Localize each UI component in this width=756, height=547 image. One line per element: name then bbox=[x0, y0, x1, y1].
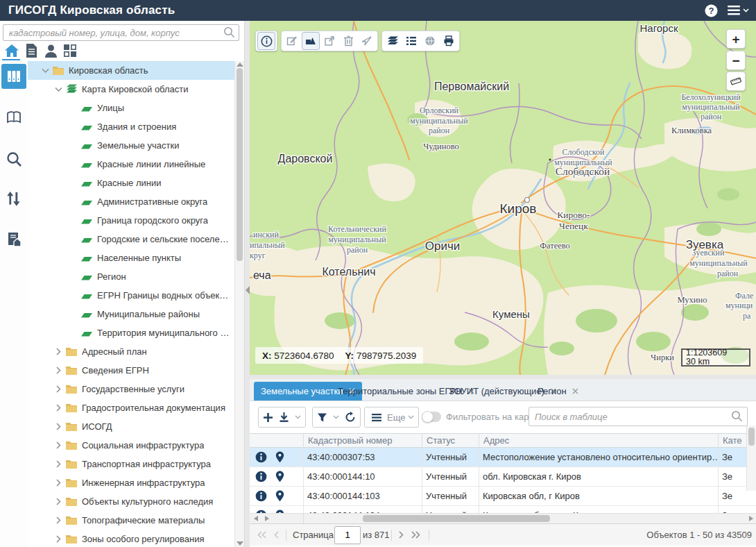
panel-splitter[interactable] bbox=[244, 21, 250, 547]
locate-pin-icon[interactable] bbox=[275, 471, 284, 482]
info-icon[interactable] bbox=[255, 451, 267, 463]
locate-pin-icon[interactable] bbox=[275, 490, 284, 502]
navigate-arrow-button[interactable] bbox=[358, 32, 376, 50]
more-menu-icon[interactable] bbox=[369, 408, 384, 426]
chevron-right-icon[interactable] bbox=[53, 422, 63, 432]
tree-item-map-group[interactable]: Карта Кировской области bbox=[28, 80, 234, 99]
tree-layer[interactable]: Населенные пункты bbox=[28, 249, 234, 267]
info-icon[interactable] bbox=[255, 490, 267, 502]
first-page-button[interactable] bbox=[257, 524, 267, 546]
globe-button[interactable] bbox=[421, 32, 439, 50]
filter-button[interactable] bbox=[314, 408, 330, 426]
address-search-input[interactable] bbox=[3, 24, 239, 41]
tree-layer[interactable]: Территория муниципального … bbox=[28, 323, 234, 342]
tree-layer[interactable]: ЕГРН Границы водных объек… bbox=[28, 286, 234, 305]
filter-menu-chevron-icon[interactable] bbox=[330, 408, 342, 426]
report-button[interactable] bbox=[0, 224, 28, 255]
scroll-right-icon[interactable] bbox=[265, 516, 269, 521]
zoom-in-button[interactable]: + bbox=[726, 29, 746, 49]
scrollbar-thumb[interactable] bbox=[748, 428, 755, 446]
tree-folder[interactable]: Транспортная инфраструктура bbox=[28, 455, 234, 473]
column-header-status[interactable]: Статус bbox=[422, 434, 479, 448]
tree-layer[interactable]: Красные линии линейные bbox=[28, 155, 234, 174]
map-canvas[interactable]: Орловский муниципальный район Белохолуни… bbox=[250, 21, 756, 375]
tree-layer[interactable]: Улицы bbox=[28, 99, 234, 117]
zoom-out-button[interactable]: − bbox=[726, 51, 746, 70]
tree-scrollbar[interactable] bbox=[234, 61, 244, 547]
scrollbar-thumb[interactable] bbox=[237, 68, 243, 261]
last-page-button[interactable] bbox=[411, 524, 421, 546]
chevron-right-icon[interactable] bbox=[53, 347, 63, 357]
tree-item-root[interactable]: Кировская область bbox=[28, 61, 234, 80]
download-button[interactable] bbox=[276, 408, 292, 426]
chevron-right-icon[interactable] bbox=[53, 516, 63, 525]
search-icon[interactable] bbox=[731, 410, 743, 422]
table-vertical-scrollbar[interactable] bbox=[746, 426, 756, 491]
chevron-right-icon[interactable] bbox=[53, 403, 63, 413]
refresh-button[interactable] bbox=[342, 408, 359, 426]
transfer-button[interactable] bbox=[0, 183, 28, 215]
info-icon[interactable] bbox=[255, 471, 267, 482]
measure-button[interactable] bbox=[726, 71, 746, 91]
tree-layer[interactable]: Граница городского округа bbox=[28, 211, 234, 230]
more-button-label[interactable]: Еще bbox=[387, 412, 405, 423]
tree-folder[interactable]: ИСОГД bbox=[28, 417, 234, 436]
tab-region[interactable]: Регион bbox=[538, 382, 578, 401]
tree-folder[interactable]: Топографические материалы bbox=[28, 511, 234, 530]
tree-layer[interactable]: Муниципальные районы bbox=[28, 305, 234, 323]
chevron-right-icon[interactable] bbox=[53, 478, 63, 488]
table-row[interactable]: 43:40:000307:53 Учтенный Местоположение … bbox=[250, 448, 756, 467]
table-row[interactable]: 43:40:000144:10 Учтенный обл. Кировская … bbox=[250, 467, 756, 487]
search-icon[interactable] bbox=[223, 26, 235, 38]
tree-folder[interactable]: Социальная инфраструктура bbox=[28, 436, 234, 455]
tree-layer[interactable]: Здания и строения bbox=[28, 117, 234, 136]
column-header-cadastral[interactable]: Кадастровый номер bbox=[303, 434, 422, 448]
chevron-right-icon[interactable] bbox=[53, 497, 63, 507]
chevron-right-icon[interactable] bbox=[53, 366, 63, 376]
filter-on-map-toggle[interactable] bbox=[422, 412, 441, 422]
delete-button[interactable] bbox=[339, 32, 357, 50]
page-input[interactable] bbox=[334, 526, 361, 544]
home-tab-icon[interactable] bbox=[3, 42, 20, 59]
help-icon[interactable]: ? bbox=[705, 4, 718, 17]
prev-page-button[interactable] bbox=[273, 524, 280, 546]
book-button[interactable] bbox=[0, 101, 28, 133]
locate-pin-icon[interactable] bbox=[275, 451, 284, 463]
tree-layer[interactable]: Городские и сельские поселе… bbox=[28, 230, 234, 249]
scroll-up-icon[interactable] bbox=[237, 62, 243, 67]
tree-folder[interactable]: Зоны особого регулирования bbox=[28, 530, 234, 547]
chevron-right-icon[interactable] bbox=[53, 535, 63, 544]
user-tab-icon[interactable] bbox=[42, 42, 59, 59]
attribute-list-button[interactable] bbox=[402, 32, 420, 50]
tree-layer[interactable]: Регион bbox=[28, 267, 234, 286]
documents-tab-icon[interactable] bbox=[23, 42, 40, 59]
grid-tab-icon[interactable] bbox=[62, 42, 78, 59]
print-button[interactable] bbox=[440, 32, 458, 50]
download-menu-chevron-icon[interactable] bbox=[292, 408, 304, 426]
chevron-down-icon[interactable] bbox=[53, 85, 63, 94]
tree-folder[interactable]: Сведения ЕГРН bbox=[28, 361, 234, 380]
chevron-right-icon[interactable] bbox=[53, 385, 63, 394]
table-row[interactable]: 43:40:000144:104 Учтенный Кировская обла… bbox=[250, 506, 756, 513]
next-page-button[interactable] bbox=[398, 524, 404, 546]
table-horizontal-scrollbar[interactable] bbox=[250, 513, 756, 523]
scroll-down-icon[interactable] bbox=[237, 541, 243, 546]
tree-folder[interactable]: Объекты культурного наследия bbox=[28, 492, 234, 511]
layers-panel-button[interactable] bbox=[1, 64, 26, 89]
scroll-right-icon[interactable] bbox=[749, 516, 753, 521]
chevron-right-icon[interactable] bbox=[53, 460, 63, 469]
select-features-button[interactable] bbox=[302, 32, 320, 50]
more-menu-chevron-icon[interactable] bbox=[408, 415, 414, 419]
tree-layer[interactable]: Красные линии bbox=[28, 174, 234, 192]
close-icon[interactable] bbox=[572, 388, 578, 394]
search-panel-button[interactable] bbox=[0, 143, 28, 175]
tree-folder[interactable]: Адресный план bbox=[28, 342, 234, 361]
scrollbar-thumb[interactable] bbox=[363, 515, 550, 522]
identify-button[interactable] bbox=[257, 32, 275, 50]
tree-folder[interactable]: Инженерная инфраструктура bbox=[28, 473, 234, 492]
chevron-right-icon[interactable] bbox=[53, 441, 63, 451]
menu-icon[interactable] bbox=[728, 6, 749, 15]
tree-folder[interactable]: Государственные услуги bbox=[28, 380, 234, 398]
edit-button[interactable] bbox=[283, 32, 301, 50]
export-button[interactable] bbox=[320, 32, 338, 50]
